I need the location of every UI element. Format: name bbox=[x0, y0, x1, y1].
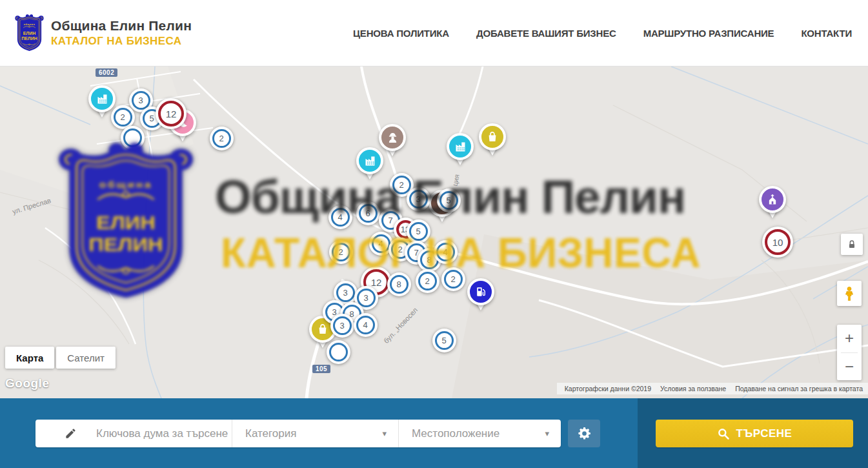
cluster-count: 3 bbox=[363, 293, 368, 303]
category-select-value: Категория bbox=[245, 427, 296, 440]
cluster-count: 2 bbox=[219, 134, 223, 143]
cluster-count: 10 bbox=[772, 237, 783, 248]
cluster-count: 2 bbox=[425, 276, 429, 286]
chevron-down-icon: ▾ bbox=[545, 429, 549, 438]
cluster-marker[interactable]: 3 bbox=[330, 314, 354, 338]
chevron-down-icon: ▾ bbox=[382, 429, 387, 438]
main-nav: ЦЕНОВА ПОЛИТИКА ДОБАВЕТЕ ВАШИЯТ БИЗНЕС М… bbox=[353, 28, 852, 39]
cluster-ring bbox=[329, 343, 348, 361]
nav-route-schedule[interactable]: МАРШРУТНО РАЗПИСАНИЕ bbox=[643, 28, 774, 39]
search-submit-button[interactable]: ТЪРСЕНЕ bbox=[656, 420, 853, 447]
header: Община Елин Пелин КАТАЛОГ НА БИЗНЕСА ЦЕН… bbox=[0, 0, 868, 66]
cluster-marker[interactable]: 5 bbox=[432, 329, 456, 352]
zoom-out-button[interactable]: − bbox=[837, 353, 862, 381]
cluster-marker[interactable]: 2 bbox=[210, 127, 234, 150]
map-pin[interactable] bbox=[447, 133, 474, 160]
church-icon bbox=[766, 193, 779, 206]
location-select[interactable]: Местоположение ▾ bbox=[399, 420, 561, 447]
zoom-in-button[interactable]: + bbox=[837, 325, 862, 352]
cluster-count: 3 bbox=[339, 321, 344, 331]
keyword-field[interactable] bbox=[35, 420, 232, 447]
search-icon bbox=[717, 427, 730, 440]
map-pin[interactable] bbox=[479, 123, 506, 150]
pencil-icon bbox=[65, 427, 77, 440]
advanced-search-button[interactable] bbox=[568, 420, 600, 447]
cluster-count: 3 bbox=[343, 288, 347, 298]
map-type-satellite-button[interactable]: Сателит bbox=[56, 347, 116, 369]
map-data-copyright: Картографски данни ©2019 bbox=[565, 385, 651, 392]
report-map-error-link[interactable]: Подаване на сигнал за грешка в картата bbox=[735, 385, 863, 392]
site-title: Община Елин Пелин bbox=[51, 18, 192, 34]
zoom-control: + − bbox=[837, 325, 862, 380]
nav-add-your-business[interactable]: ДОБАВЕТЕ ВАШИЯТ БИЗНЕС bbox=[476, 28, 616, 39]
map-pin[interactable] bbox=[759, 186, 786, 213]
shopping-bag-icon bbox=[316, 323, 329, 336]
cluster-count: 5 bbox=[149, 114, 154, 123]
brand[interactable]: Община Елин Пелин КАТАЛОГ НА БИЗНЕСА bbox=[14, 14, 192, 52]
cluster-count: 3 bbox=[138, 96, 143, 105]
map-canvas[interactable]: 32512223564713542278412822333834510 Общи… bbox=[0, 66, 868, 398]
nav-contacts[interactable]: КОНТАКТИ bbox=[801, 28, 852, 39]
gear-icon bbox=[577, 426, 592, 441]
map-type-map-button[interactable]: Карта bbox=[5, 347, 54, 369]
street-view-pegman-button[interactable] bbox=[837, 281, 862, 306]
map-attribution: Картографски данни ©2019 Условия за полз… bbox=[557, 383, 868, 394]
cluster-marker[interactable]: 2 bbox=[111, 105, 135, 129]
search-fields-group: Категория ▾ Местоположение ▾ bbox=[35, 420, 561, 447]
watermark-subtitle: КАТАЛОГ НА БИЗНЕСА bbox=[221, 229, 701, 277]
nav-pricing-policy[interactable]: ЦЕНОВА ПОЛИТИКА bbox=[353, 28, 449, 39]
lock-control-button[interactable] bbox=[841, 234, 863, 255]
factory-icon bbox=[96, 92, 109, 106]
cluster-marker[interactable]: 12 bbox=[156, 98, 187, 129]
category-select[interactable]: Категория ▾ bbox=[232, 420, 399, 447]
site-subtitle: КАТАЛОГ НА БИЗНЕСА bbox=[51, 35, 192, 48]
location-select-value: Местоположение bbox=[412, 427, 500, 440]
map-pin[interactable] bbox=[88, 85, 116, 112]
shopping-bag-icon bbox=[486, 130, 499, 143]
cluster-count: 8 bbox=[396, 280, 401, 289]
cluster-count: 5 bbox=[441, 336, 446, 345]
cluster-marker[interactable] bbox=[327, 340, 350, 364]
terms-of-use-link[interactable]: Условия за ползване bbox=[660, 385, 726, 392]
lock-icon bbox=[847, 239, 857, 250]
watermark-crest bbox=[56, 143, 196, 303]
cluster-count: 4 bbox=[363, 320, 367, 330]
fuel-icon bbox=[474, 285, 487, 298]
factory-icon bbox=[363, 154, 377, 168]
cluster-marker[interactable]: 10 bbox=[762, 227, 793, 258]
cluster-count: 2 bbox=[120, 112, 125, 122]
cluster-count: 12 bbox=[371, 277, 382, 288]
municipality-crest-logo bbox=[14, 14, 45, 52]
watermark-title: Община Елин Пелин bbox=[215, 170, 685, 223]
google-logo[interactable]: Google bbox=[5, 376, 49, 391]
keyword-search-input[interactable] bbox=[96, 427, 232, 440]
cluster-marker[interactable]: 4 bbox=[354, 313, 378, 337]
map-pin[interactable] bbox=[467, 278, 494, 305]
search-button-label: ТЪРСЕНЕ bbox=[736, 427, 792, 440]
cluster-count: 12 bbox=[166, 108, 177, 119]
pegman-icon bbox=[842, 285, 857, 303]
search-bar: Категория ▾ Местоположение ▾ ТЪРСЕНЕ bbox=[0, 398, 868, 468]
map-type-control: Карта Сателит bbox=[5, 347, 116, 369]
factory-icon bbox=[454, 140, 467, 154]
worker-icon bbox=[386, 131, 399, 145]
